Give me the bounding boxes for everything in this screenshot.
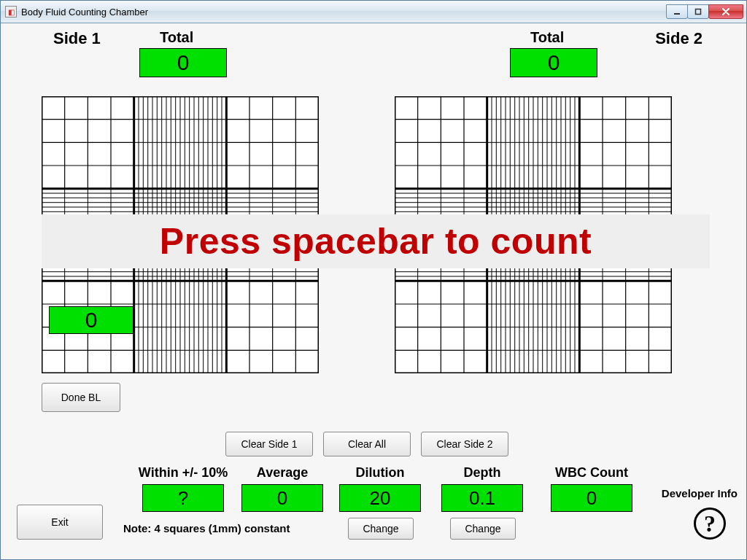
side1-label: Side 1	[53, 29, 101, 48]
clear-all-button[interactable]: Clear All	[323, 432, 411, 456]
done-bl-button[interactable]: Done BL	[42, 383, 120, 412]
change-dilution-button[interactable]: Change	[348, 518, 414, 540]
window-controls	[667, 4, 743, 19]
total2-value: 0	[510, 48, 597, 77]
average-label: Average	[239, 465, 326, 481]
instruction-banner: Press spacebar to count	[42, 214, 710, 268]
note-text: Note: 4 squares (1mm) constant	[123, 522, 290, 534]
side2-label: Side 2	[655, 29, 703, 48]
app-window: ◧ Body Fluid Counting Chamber Side 1 Sid…	[0, 0, 747, 560]
total1-label: Total	[160, 29, 193, 46]
titlebar: ◧ Body Fluid Counting Chamber	[1, 1, 746, 23]
window-title: Body Fluid Counting Chamber	[21, 7, 667, 18]
dilution-label: Dilution	[336, 465, 424, 481]
average-value: 0	[241, 484, 323, 512]
total2-label: Total	[530, 29, 564, 46]
depth-value: 0.1	[441, 484, 523, 512]
app-icon: ◧	[5, 6, 17, 18]
depth-label: Depth	[438, 465, 526, 481]
wbccount-value: 0	[551, 484, 632, 512]
svg-rect-1	[696, 9, 701, 15]
within10-label: Within +/- 10%	[125, 465, 241, 481]
within10-value: ?	[142, 484, 224, 512]
dilution-value: 20	[339, 484, 421, 512]
client-area: Side 1 Side 2 Total 0 Total 0	[1, 23, 746, 559]
exit-button[interactable]: Exit	[17, 505, 103, 540]
total1-value: 0	[139, 48, 227, 77]
clear-side1-button[interactable]: Clear Side 1	[225, 432, 313, 456]
clear-side2-button[interactable]: Clear Side 2	[421, 432, 508, 456]
maximize-button[interactable]	[687, 4, 709, 19]
close-button[interactable]	[708, 4, 743, 19]
current-square-value: 0	[49, 306, 133, 334]
wbccount-label: WBC Count	[541, 465, 643, 481]
developer-info-label[interactable]: Developer Info	[662, 487, 738, 499]
help-icon[interactable]: ?	[694, 508, 726, 540]
minimize-button[interactable]	[666, 4, 688, 19]
change-depth-button[interactable]: Change	[450, 518, 516, 540]
